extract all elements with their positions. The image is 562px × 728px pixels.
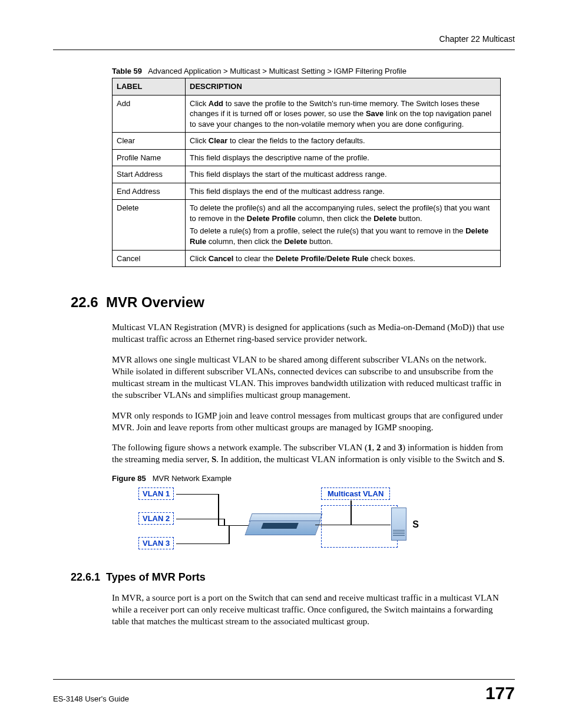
table-caption: Table 59 Advanced Application > Multicas…	[112, 67, 515, 75]
cell-description: This field displays the descriptive name…	[186, 149, 501, 166]
connector-line	[315, 525, 391, 526]
section-number: 22.6	[71, 294, 98, 310]
cell-description: Click Add to save the profile to the Swi…	[186, 95, 501, 133]
body-paragraph: In MVR, a source port is a port on the S…	[112, 592, 509, 628]
table-row: DeleteTo delete the profile(s) and all t…	[113, 200, 501, 250]
page-number: 177	[485, 683, 515, 703]
connector-line	[218, 525, 250, 526]
body-paragraph: The following figure shows a network exa…	[112, 442, 509, 466]
col-header-label: LABEL	[113, 78, 186, 95]
switch-icon	[261, 523, 299, 529]
subsection-heading: 22.6.1 Types of MVR Ports	[71, 571, 515, 584]
vlan3-box: VLAN 3	[138, 537, 174, 549]
table-row: ClearClick Clear to clear the fields to …	[113, 133, 501, 150]
mvr-network-diagram: VLAN 1 VLAN 2 VLAN 3 Multicast VLAN S	[138, 486, 439, 558]
table-row: CancelClick Cancel to clear the Delete P…	[113, 250, 501, 267]
cell-label: End Address	[113, 183, 186, 200]
section-heading: 22.6 MVR Overview	[71, 294, 515, 311]
multicast-vlan-zone	[321, 505, 398, 548]
connector-line	[176, 494, 219, 495]
body-paragraph: MVR allows one single multicast VLAN to …	[112, 354, 509, 401]
multicast-vlan-box: Multicast VLAN	[321, 487, 390, 500]
igmp-filtering-table: LABEL DESCRIPTION AddClick Add to save t…	[112, 78, 501, 267]
connector-line	[176, 519, 224, 520]
page-footer: ES-3148 User's Guide 177	[53, 679, 515, 703]
connector-line	[218, 494, 219, 526]
subsection-title: Types of MVR Ports	[106, 571, 206, 583]
header-divider	[53, 50, 515, 50]
figure-caption-prefix: Figure 85	[112, 474, 146, 483]
cell-description: This field displays the start of the mul…	[186, 166, 501, 183]
cell-label: Profile Name	[113, 149, 186, 166]
server-label: S	[412, 519, 419, 530]
vlan2-box: VLAN 2	[138, 512, 174, 525]
cell-label: Delete	[113, 200, 186, 250]
cell-description: This field displays the end of the multi…	[186, 183, 501, 200]
subsection-number: 22.6.1	[71, 571, 100, 583]
chapter-header: Chapter 22 Multicast	[53, 34, 515, 44]
connector-line	[229, 526, 230, 544]
table-row: Start AddressThis field displays the sta…	[113, 166, 501, 183]
table-caption-text: Advanced Application > Multicast > Multi…	[148, 67, 406, 75]
table-caption-prefix: Table 59	[112, 67, 142, 75]
cell-label: Start Address	[113, 166, 186, 183]
figure-caption: Figure 85 MVR Network Example	[112, 474, 515, 483]
section-title: MVR Overview	[106, 294, 204, 310]
body-paragraph: MVR only responds to IGMP join and leave…	[112, 410, 509, 434]
cell-label: Cancel	[113, 250, 186, 267]
body-paragraph: Multicast VLAN Registration (MVR) is des…	[112, 321, 509, 345]
cell-description: Click Cancel to clear the Delete Profile…	[186, 250, 501, 267]
cell-label: Clear	[113, 133, 186, 150]
cell-label: Add	[113, 95, 186, 133]
footer-divider	[53, 679, 515, 680]
figure-caption-text: MVR Network Example	[153, 474, 232, 483]
col-header-description: DESCRIPTION	[186, 78, 501, 95]
server-icon	[393, 530, 405, 538]
vlan1-box: VLAN 1	[138, 487, 174, 500]
table-row: End AddressThis field displays the end o…	[113, 183, 501, 200]
cell-description: To delete the profile(s) and all the acc…	[186, 200, 501, 250]
table-row: AddClick Add to save the profile to the …	[113, 95, 501, 133]
table-row: Profile NameThis field displays the desc…	[113, 149, 501, 166]
cell-description: Click Clear to clear the fields to the f…	[186, 133, 501, 150]
footer-guide-name: ES-3148 User's Guide	[53, 694, 129, 703]
connector-line	[176, 543, 229, 545]
